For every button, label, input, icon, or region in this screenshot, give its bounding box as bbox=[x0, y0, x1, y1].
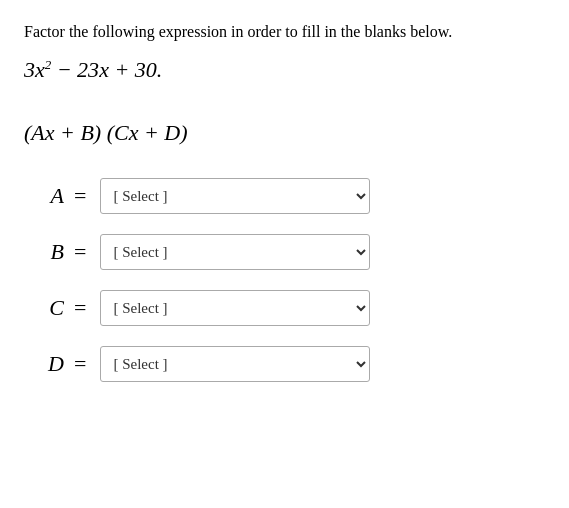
equals-c: = bbox=[74, 295, 86, 321]
variable-label-a: A bbox=[24, 183, 64, 209]
select-b[interactable]: [ Select ] 1 2 3 5 6 −1 −2 −3 −5 bbox=[100, 234, 370, 270]
factored-form: (Ax + B) (Cx + D) bbox=[24, 115, 545, 150]
select-a[interactable]: [ Select ] 1 2 3 5 6 −1 −2 −3 −5 bbox=[100, 178, 370, 214]
equals-b: = bbox=[74, 239, 86, 265]
variable-label-b: B bbox=[24, 239, 64, 265]
variable-row-c: C = [ Select ] 1 2 3 5 6 −1 −2 −3 −5 bbox=[24, 290, 545, 326]
equals-a: = bbox=[74, 183, 86, 209]
instruction-text: Factor the following expression in order… bbox=[24, 20, 545, 44]
equals-d: = bbox=[74, 351, 86, 377]
variable-row-b: B = [ Select ] 1 2 3 5 6 −1 −2 −3 −5 bbox=[24, 234, 545, 270]
variable-label-d: D bbox=[24, 351, 64, 377]
variable-row-d: D = [ Select ] 1 2 3 5 6 −1 −2 −3 −5 bbox=[24, 346, 545, 382]
variable-label-c: C bbox=[24, 295, 64, 321]
select-c[interactable]: [ Select ] 1 2 3 5 6 −1 −2 −3 −5 bbox=[100, 290, 370, 326]
expression: 3x2 − 23x + 30. bbox=[24, 52, 545, 87]
variable-row-a: A = [ Select ] 1 2 3 5 6 −1 −2 −3 −5 bbox=[24, 178, 545, 214]
select-d[interactable]: [ Select ] 1 2 3 5 6 −1 −2 −3 −5 bbox=[100, 346, 370, 382]
